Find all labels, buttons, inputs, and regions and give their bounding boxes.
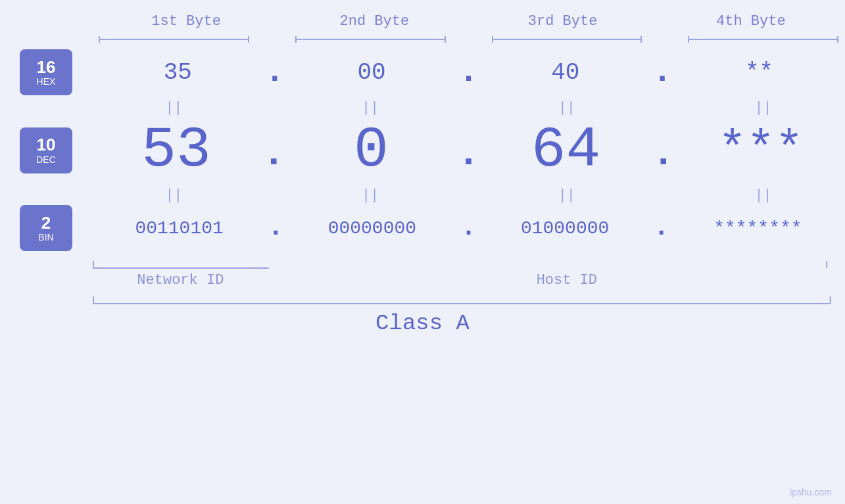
bracket-byte1 [92, 36, 256, 43]
hex-row: 16 HEX 35 . 00 . 40 . ** [0, 49, 845, 95]
dec-label-cell: 10 DEC [0, 127, 92, 173]
hex-byte3: 40 [551, 59, 579, 86]
bin-badge: 2 BIN [20, 205, 72, 251]
host-bracket-svg [302, 260, 832, 269]
outer-bracket-svg [92, 295, 832, 304]
bracket-byte3 [485, 36, 649, 43]
hex-byte1-cell: 35 [92, 59, 264, 86]
dec-base: DEC [36, 154, 56, 165]
dec-row: 10 DEC 53 . 0 . 64 . *** [0, 118, 845, 183]
watermark: ipshu.com [790, 487, 832, 497]
bin-row: 2 BIN 00110101 . 00000000 . 01000000 . *… [0, 205, 845, 251]
hex-badge: 16 HEX [20, 49, 72, 95]
bin-byte2-cell: 00000000 [285, 218, 459, 239]
hex-byte4: ** [745, 59, 773, 86]
equals-row-2: || || || || [0, 187, 845, 204]
equals-row-1: || || || || [0, 100, 845, 116]
dot-bin-2: . [460, 215, 476, 241]
byte1-header: 1st Byte [92, 13, 280, 30]
network-id-label: Network ID [137, 272, 224, 288]
eq2-b2: || [289, 187, 452, 204]
dec-byte1-cell: 53 [92, 118, 260, 183]
bin-byte3-cell: 01000000 [478, 218, 652, 239]
eq2-b4: || [681, 187, 845, 204]
bin-byte1-cell: 00110101 [92, 218, 266, 239]
bracket-byte4 [681, 36, 845, 43]
network-bracket-svg [92, 260, 269, 269]
dec-byte3-cell: 64 [482, 118, 650, 183]
hex-label-cell: 16 HEX [0, 49, 92, 95]
host-id-label: Host ID [537, 272, 597, 288]
dot-dec-1: . [262, 134, 285, 173]
bin-num: 2 [41, 214, 51, 233]
class-row: Class A [0, 304, 845, 339]
bin-byte4-cell: ******** [671, 218, 845, 239]
hex-byte1: 35 [164, 59, 192, 86]
outer-bracket-section [0, 295, 845, 304]
header-row: 1st Byte 2nd Byte 3rd Byte 4th Byte [0, 0, 845, 30]
hex-base: HEX [37, 76, 56, 87]
byte4-header: 4th Byte [657, 13, 845, 30]
dec-byte4-cell: *** [677, 124, 845, 177]
eq2-b3: || [485, 187, 649, 204]
hex-byte4-cell: ** [673, 59, 845, 86]
bin-byte3: 01000000 [521, 218, 609, 239]
bin-byte4: ******** [713, 218, 802, 239]
bin-label-cell: 2 BIN [0, 205, 92, 251]
eq1-b1: || [92, 100, 256, 116]
top-bracket-row [0, 36, 845, 43]
main-container: 1st Byte 2nd Byte 3rd Byte 4th Byte [0, 0, 845, 504]
eq1-b4: || [681, 100, 845, 116]
hex-byte2: 00 [358, 59, 386, 86]
eq1-b3: || [485, 100, 649, 116]
bin-base: BIN [38, 232, 53, 242]
dec-values: 53 . 0 . 64 . *** [92, 118, 845, 183]
dec-byte3: 64 [531, 118, 601, 183]
dot-dec-2: . [456, 134, 480, 173]
dec-byte2: 0 [354, 118, 389, 183]
bin-values: 00110101 . 00000000 . 01000000 . *******… [92, 215, 845, 241]
dot-hex-3: . [652, 56, 672, 89]
class-label: Class A [375, 311, 470, 336]
byte3-header: 3rd Byte [469, 13, 657, 30]
dot-hex-1: . [265, 56, 285, 89]
eq1-b2: || [289, 100, 452, 116]
hex-byte3-cell: 40 [480, 59, 652, 86]
dot-dec-3: . [652, 134, 675, 173]
dot-bin-3: . [654, 215, 669, 241]
bin-byte2: 00000000 [328, 218, 416, 239]
byte2-header: 2nd Byte [280, 13, 468, 30]
dec-byte4: *** [718, 124, 804, 177]
bin-byte1: 00110101 [135, 218, 223, 239]
host-id-section: Host ID [302, 260, 832, 288]
dec-num: 10 [37, 135, 56, 154]
eq2-b1: || [92, 187, 256, 204]
dot-hex-2: . [458, 56, 478, 89]
network-id-section: Network ID [92, 260, 269, 288]
hex-byte2-cell: 00 [286, 59, 458, 86]
dec-byte2-cell: 0 [287, 118, 455, 183]
hex-values: 35 . 00 . 40 . ** [92, 56, 845, 89]
bottom-bracket-section: Network ID Host ID [0, 260, 845, 288]
dec-byte1: 53 [141, 118, 211, 183]
dec-badge: 10 DEC [20, 127, 72, 173]
bracket-byte2 [289, 36, 452, 43]
hex-num: 16 [37, 58, 56, 77]
dot-bin-1: . [268, 215, 283, 241]
